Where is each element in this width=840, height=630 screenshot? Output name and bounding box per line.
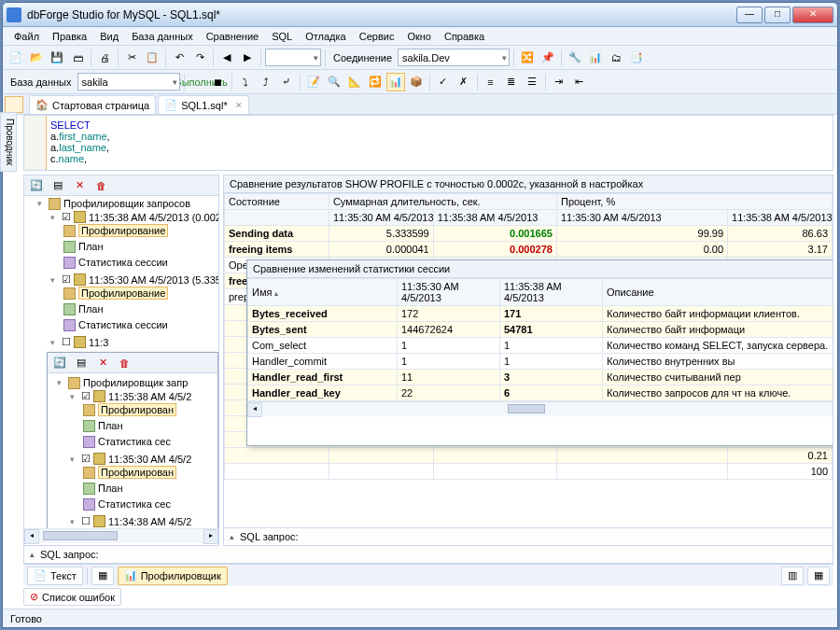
clear-icon[interactable]: 🗑 bbox=[115, 354, 133, 372]
col-desc[interactable]: Описание bbox=[603, 279, 834, 306]
tab-grid-icon[interactable]: ▦ bbox=[91, 567, 114, 585]
tree-scrollbar[interactable]: ◂▸ bbox=[24, 528, 218, 543]
stop-icon[interactable]: ⏹ bbox=[209, 73, 228, 91]
tree-leaf[interactable]: Профилирован bbox=[98, 466, 176, 479]
menu-sql[interactable]: SQL bbox=[266, 29, 298, 43]
saveall-icon[interactable]: 🗃 bbox=[68, 49, 87, 67]
t6-icon[interactable]: 📦 bbox=[407, 73, 426, 91]
menu-view[interactable]: Вид bbox=[94, 29, 124, 43]
tab-profiler[interactable]: 📊Профилировщик bbox=[118, 567, 228, 585]
view-mode-icon[interactable]: ▥ bbox=[781, 567, 804, 585]
col-t3[interactable]: 11:35:30 AM 4/5/2013 bbox=[556, 210, 727, 226]
pin-icon[interactable]: 📌 bbox=[539, 49, 557, 67]
tree-leaf[interactable]: Статистика сессии bbox=[78, 319, 168, 330]
connection-dropdown[interactable]: sakila.Dev bbox=[398, 49, 510, 66]
step-icon[interactable]: ⤵ bbox=[236, 73, 255, 91]
expand-icon[interactable]: ▤ bbox=[72, 354, 91, 372]
tree-leaf[interactable]: Профилирование bbox=[78, 224, 168, 237]
tree-leaf[interactable]: Статистика сес bbox=[98, 498, 171, 510]
database-dropdown[interactable]: sakila bbox=[77, 73, 180, 91]
nav-back-icon[interactable]: ◀ bbox=[217, 49, 236, 67]
menu-debug[interactable]: Отладка bbox=[300, 29, 351, 43]
tree-leaf[interactable]: Статистика сессии bbox=[78, 257, 168, 268]
session-row[interactable]: Handler_commit11Количество внутренних вы bbox=[248, 354, 834, 370]
session-row[interactable]: Bytes_sent14467262454781Количество байт … bbox=[248, 322, 834, 338]
session-scrollbar[interactable]: ◂▸ bbox=[247, 401, 833, 416]
stepover-icon[interactable]: ⤴ bbox=[257, 73, 275, 91]
tx1-icon[interactable]: ✓ bbox=[434, 73, 453, 91]
tree-node[interactable]: 11:35:38 AM 4/5/2 bbox=[108, 391, 191, 402]
tree-leaf[interactable]: Профилирован bbox=[98, 403, 176, 416]
tab-sql-file[interactable]: 📄SQL1.sql*✕ bbox=[158, 95, 249, 114]
redo-icon[interactable]: ↷ bbox=[190, 49, 209, 67]
clear-icon[interactable]: 🗑 bbox=[91, 176, 110, 195]
tool2-icon[interactable]: 📊 bbox=[586, 49, 605, 67]
expand-icon[interactable]: ▤ bbox=[49, 176, 67, 195]
tool3-icon[interactable]: 🗂 bbox=[607, 49, 625, 67]
tree-node[interactable]: 11:35:30 AM 4/5/2013 (5.335s) bbox=[89, 274, 218, 286]
t2-icon[interactable]: 🔍 bbox=[325, 73, 343, 91]
cut-icon[interactable]: ✂ bbox=[122, 49, 141, 67]
align3-icon[interactable]: ☰ bbox=[523, 73, 541, 91]
session-row[interactable]: Bytes_received172171Количество байт инфо… bbox=[248, 306, 834, 322]
close-button[interactable]: ✕ bbox=[792, 7, 833, 23]
refresh-icon[interactable]: 🔄 bbox=[50, 354, 69, 372]
menu-help[interactable]: Справка bbox=[439, 29, 490, 43]
menu-database[interactable]: База данных bbox=[126, 29, 199, 43]
tab-start-page[interactable]: 🏠Стартовая страница bbox=[29, 95, 156, 114]
menu-compare[interactable]: Сравнение bbox=[201, 29, 265, 43]
profile-row[interactable]: 0.21 bbox=[225, 448, 833, 464]
profile-row[interactable]: Sending data5.3335990.00166599.9986.63 bbox=[225, 226, 833, 242]
tree-root[interactable]: Профилировщик запросов bbox=[63, 198, 190, 209]
session-row[interactable]: Handler_read_key226Количество запросов д… bbox=[248, 385, 834, 401]
col-t4[interactable]: 11:35:38 AM 4/5/2013 bbox=[728, 210, 833, 226]
t3-icon[interactable]: 📐 bbox=[345, 73, 364, 91]
sql-request-bar-outer[interactable]: ▴SQL запрос: bbox=[23, 546, 833, 564]
home-tab-icon[interactable] bbox=[5, 96, 23, 113]
profile-row[interactable]: freeing items0.0000410.0002780.003.17 bbox=[225, 242, 833, 258]
tree-node[interactable]: 11:34:38 AM 4/5/2 bbox=[108, 516, 191, 527]
tree-leaf[interactable]: План bbox=[78, 303, 104, 315]
menu-window[interactable]: Окно bbox=[401, 29, 437, 43]
undo-icon[interactable]: ↶ bbox=[170, 49, 189, 67]
toolbar-drop1[interactable] bbox=[265, 49, 321, 66]
outdent-icon[interactable]: ⇤ bbox=[570, 73, 589, 91]
tree-leaf[interactable]: Профилирование bbox=[78, 287, 168, 300]
new-icon[interactable]: 📄 bbox=[7, 49, 25, 67]
explorer-sidebar-tab[interactable]: Проводник bbox=[0, 112, 17, 172]
col-state[interactable]: Состояние bbox=[225, 194, 329, 210]
sql-editor[interactable]: SELECT a.first_name, a.last_name, c.name… bbox=[23, 115, 833, 171]
tree-root[interactable]: Профилировщик запр bbox=[83, 377, 188, 388]
col-name[interactable]: Имя bbox=[248, 279, 398, 306]
col-s-t1[interactable]: 11:35:30 AM 4/5/2013 bbox=[398, 279, 500, 306]
copy-icon[interactable]: 📋 bbox=[143, 49, 161, 67]
indent-icon[interactable]: ⇥ bbox=[550, 73, 568, 91]
sql-request-bar[interactable]: ▴SQL запрос: bbox=[224, 527, 833, 545]
session-row[interactable]: Handler_read_first113Количество считыван… bbox=[248, 370, 834, 385]
tree-leaf[interactable]: План bbox=[98, 483, 123, 494]
view-grid-icon[interactable]: ▦ bbox=[807, 567, 830, 585]
t5-icon[interactable]: 📊 bbox=[386, 73, 405, 91]
execute-button[interactable]: ▶ Выполнить bbox=[189, 73, 207, 91]
refresh-icon[interactable]: 🔄 bbox=[27, 176, 46, 195]
delete-icon[interactable]: ✕ bbox=[93, 354, 112, 372]
tree-node[interactable]: 11:35:30 AM 4/5/2 bbox=[108, 454, 191, 465]
nav-fwd-icon[interactable]: ▶ bbox=[238, 49, 257, 67]
col-duration[interactable]: Суммарная длительность, сек. bbox=[329, 194, 556, 210]
t4-icon[interactable]: 🔁 bbox=[366, 73, 385, 91]
delete-icon[interactable]: ✕ bbox=[70, 176, 89, 195]
tab-text[interactable]: 📄Текст bbox=[27, 567, 83, 585]
db-compare-icon[interactable]: 🔀 bbox=[518, 49, 537, 67]
stepout-icon[interactable]: ⤶ bbox=[277, 73, 296, 91]
session-row[interactable]: Com_select11Количество команд SELECT, за… bbox=[248, 338, 834, 354]
save-icon[interactable]: 💾 bbox=[48, 49, 66, 67]
align1-icon[interactable]: ≡ bbox=[482, 73, 500, 91]
minimize-button[interactable]: — bbox=[736, 7, 763, 23]
menu-edit[interactable]: Правка bbox=[47, 29, 92, 43]
col-percent[interactable]: Процент, % bbox=[556, 194, 832, 210]
t1-icon[interactable]: 📝 bbox=[304, 73, 323, 91]
tree-leaf[interactable]: План bbox=[78, 241, 104, 252]
col-t1[interactable]: 11:35:30 AM 4/5/2013 bbox=[329, 210, 433, 226]
menu-service[interactable]: Сервис bbox=[354, 29, 400, 43]
tree-node[interactable]: 11:35:38 AM 4/5/2013 (0.002s) bbox=[89, 212, 218, 223]
